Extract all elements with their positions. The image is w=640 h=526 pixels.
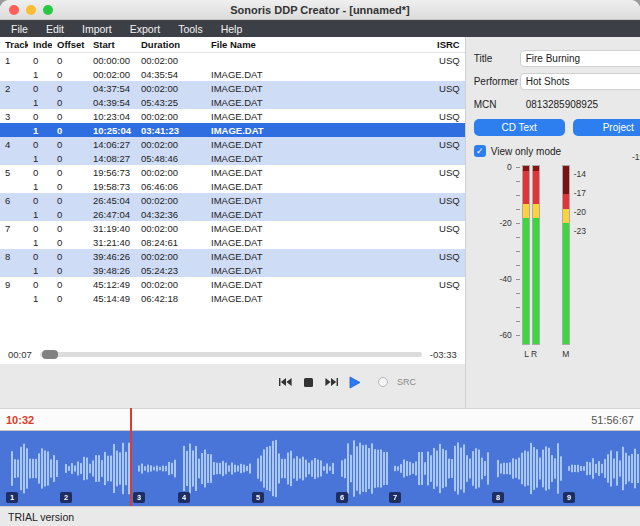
cell-track: 1 [0, 55, 28, 66]
column-header-offset[interactable]: Offset [52, 39, 88, 50]
column-header-track[interactable]: Track [0, 39, 28, 50]
timeline: 10:32 51:56:67 123456789 [0, 408, 640, 506]
cell-duration: 00:02:00 [136, 167, 206, 178]
seek-slider-handle[interactable] [42, 350, 58, 359]
level-meter-left [522, 165, 530, 345]
cell-start: 31:19:40 [88, 223, 136, 234]
track-badge-2[interactable]: 2 [60, 492, 72, 503]
table-row[interactable]: 1026:47:0404:32:36IMAGE.DAT [0, 207, 465, 221]
title-field[interactable] [520, 50, 640, 67]
project-button[interactable]: Project [573, 119, 640, 136]
view-only-checkbox[interactable] [474, 145, 486, 157]
cell-start: 39:48:26 [88, 265, 136, 276]
table-row[interactable]: 1031:21:4008:24:61IMAGE.DAT [0, 235, 465, 249]
cell-start: 39:46:26 [88, 251, 136, 262]
menu-help[interactable]: Help [212, 20, 252, 37]
table-row[interactable]: 70031:19:4000:02:00IMAGE.DATUSQ [0, 221, 465, 235]
cd-text-button[interactable]: CD Text [474, 119, 565, 136]
cell-track: 3 [0, 111, 28, 122]
cell-duration: 06:42:18 [136, 293, 206, 304]
cell-track: 8 [0, 251, 28, 262]
cell-isrc: USQ [432, 55, 465, 66]
cell-index: 0 [28, 139, 52, 150]
menu-export[interactable]: Export [121, 20, 169, 37]
cell-file: IMAGE.DAT [206, 125, 432, 136]
table-row[interactable]: 1039:48:2605:24:23IMAGE.DAT [0, 263, 465, 277]
loudness-scale-17: -17 [574, 188, 586, 198]
table-row[interactable]: 1004:39:5405:43:25IMAGE.DAT [0, 95, 465, 109]
table-row[interactable]: 1014:08:2705:48:46IMAGE.DAT [0, 151, 465, 165]
close-button[interactable] [9, 5, 19, 15]
mcn-field[interactable] [520, 96, 640, 113]
cell-start: 31:21:40 [88, 237, 136, 248]
timeline-ruler[interactable]: 10:32 51:56:67 [0, 408, 640, 431]
table-row[interactable]: 20004:37:5400:02:00IMAGE.DATUSQ [0, 81, 465, 95]
play-button[interactable] [345, 373, 363, 391]
menu-import[interactable]: Import [73, 20, 121, 37]
cell-index: 0 [28, 55, 52, 66]
cell-duration: 00:02:00 [136, 83, 206, 94]
cell-index: 0 [28, 251, 52, 262]
table-row[interactable]: 60026:45:0400:02:00IMAGE.DATUSQ [0, 193, 465, 207]
zoom-button[interactable] [43, 5, 53, 15]
table-row[interactable]: 1000:02:0004:35:54IMAGE.DAT [0, 67, 465, 81]
cell-start: 45:14:49 [88, 293, 136, 304]
table-row[interactable]: 1019:58:7306:46:06IMAGE.DAT [0, 179, 465, 193]
column-header-file-name[interactable]: File Name [206, 39, 432, 50]
stop-button[interactable] [299, 373, 317, 391]
table-row[interactable]: 90045:12:4900:02:00IMAGE.DATUSQ [0, 277, 465, 291]
loudness-readout: -19.6 (I) [632, 152, 640, 162]
table-row[interactable]: 1045:14:4906:42:18IMAGE.DAT [0, 291, 465, 305]
performer-field[interactable] [520, 73, 640, 90]
table-row[interactable]: 30010:23:0400:02:00IMAGE.DATUSQ [0, 109, 465, 123]
cell-duration: 00:02:00 [136, 251, 206, 262]
cell-isrc: USQ [432, 167, 465, 178]
column-header-isrc[interactable]: ISRC [432, 39, 465, 50]
performer-field-row: Performer [474, 73, 640, 90]
track-badge-5[interactable]: 5 [252, 492, 264, 503]
playhead-time: 10:32 [6, 414, 34, 426]
track-badge-9[interactable]: 9 [563, 492, 575, 503]
elapsed-time: 00:07 [8, 349, 32, 360]
menu-tools[interactable]: Tools [169, 20, 212, 37]
cell-index: 1 [28, 237, 52, 248]
cell-start: 14:08:27 [88, 153, 136, 164]
table-row[interactable]: 40014:06:2700:02:00IMAGE.DATUSQ [0, 137, 465, 151]
next-button[interactable] [322, 373, 340, 391]
cell-duration: 05:48:46 [136, 153, 206, 164]
cell-offset: 0 [52, 251, 88, 262]
menu-file[interactable]: File [2, 20, 37, 37]
track-badge-4[interactable]: 4 [178, 492, 190, 503]
loudness-scale-20: -20 [574, 207, 586, 217]
track-badge-1[interactable]: 1 [6, 492, 18, 503]
mcn-field-row: MCN [474, 96, 640, 113]
column-header-duration[interactable]: Duration [136, 39, 206, 50]
track-badge-8[interactable]: 8 [492, 492, 504, 503]
table-row[interactable]: 1010:25:0403:41:23IMAGE.DAT [0, 123, 465, 137]
table-row[interactable]: 80039:46:2600:02:00IMAGE.DATUSQ [0, 249, 465, 263]
cell-start: 10:25:04 [88, 125, 136, 136]
cell-isrc: USQ [432, 251, 465, 262]
column-header-start[interactable]: Start [88, 39, 136, 50]
seek-slider[interactable] [40, 352, 422, 357]
minimize-button[interactable] [26, 5, 36, 15]
menu-edit[interactable]: Edit [37, 20, 73, 37]
previous-button[interactable] [276, 373, 294, 391]
cell-offset: 0 [52, 293, 88, 304]
cell-isrc: USQ [432, 83, 465, 94]
table-row[interactable]: 50019:56:7300:02:00IMAGE.DATUSQ [0, 165, 465, 179]
left-column: Track Index Offset Start Duration File N… [0, 37, 466, 408]
cell-isrc: USQ [432, 139, 465, 150]
cell-index: 1 [28, 125, 52, 136]
track-badge-3[interactable]: 3 [133, 492, 145, 503]
playhead-cursor[interactable] [130, 408, 132, 506]
column-header-index[interactable]: Index [28, 39, 52, 50]
waveform-strip[interactable]: 123456789 [0, 431, 640, 506]
cell-file: IMAGE.DAT [206, 139, 432, 150]
cell-file: IMAGE.DAT [206, 97, 432, 108]
cell-track: 5 [0, 167, 28, 178]
table-row[interactable]: 10000:00:0000:02:00USQ [0, 53, 465, 67]
db-scale-0: 0 [484, 162, 512, 172]
track-badge-7[interactable]: 7 [389, 492, 401, 503]
track-badge-6[interactable]: 6 [336, 492, 348, 503]
